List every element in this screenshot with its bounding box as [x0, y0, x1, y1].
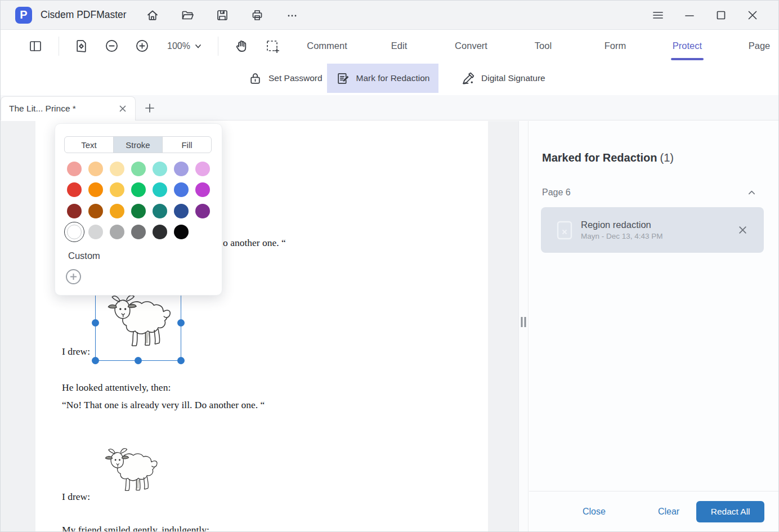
color-swatch[interactable]	[195, 162, 210, 176]
minimize-button[interactable]	[678, 4, 701, 26]
print-button[interactable]	[246, 4, 268, 26]
selection-handle[interactable]	[92, 357, 99, 364]
remove-redaction-button[interactable]	[735, 222, 750, 238]
color-swatch[interactable]	[110, 204, 124, 218]
zoom-out-icon	[104, 38, 119, 53]
color-swatch[interactable]	[153, 162, 167, 176]
panel-title: Marked for Redaction(1)	[542, 151, 674, 164]
redaction-count: (1)	[660, 151, 673, 164]
minimize-icon	[683, 8, 696, 22]
tab-comment[interactable]: Comment	[291, 30, 363, 61]
color-swatch[interactable]	[67, 225, 82, 239]
splitter-grip-icon[interactable]	[521, 317, 526, 327]
maximize-button[interactable]	[710, 4, 732, 26]
tab-convert[interactable]: Convert	[435, 30, 507, 61]
color-swatch[interactable]	[88, 162, 103, 176]
select-region-tool-button[interactable]	[262, 35, 283, 57]
color-swatch[interactable]	[174, 162, 189, 176]
tab-protect[interactable]: Protect	[651, 30, 723, 61]
color-swatch[interactable]	[131, 182, 146, 197]
plus-icon	[69, 272, 78, 281]
image-selection-box[interactable]	[95, 285, 181, 361]
add-custom-color-button[interactable]	[66, 269, 81, 284]
tab-fill-color[interactable]: Fill	[162, 137, 211, 153]
panel-footer: Close Clear Redact All	[529, 491, 778, 531]
home-icon	[146, 8, 159, 22]
color-swatch[interactable]	[195, 182, 210, 197]
redaction-item-meta: Mayn - Dec 13, 4:43 PM	[581, 232, 735, 240]
color-swatch[interactable]	[131, 225, 146, 239]
zoom-out-button[interactable]	[101, 35, 122, 57]
color-swatch[interactable]	[131, 204, 146, 218]
color-swatch[interactable]	[67, 162, 82, 176]
color-swatch[interactable]	[88, 204, 103, 218]
print-icon	[250, 8, 264, 22]
selection-handle[interactable]	[177, 319, 185, 327]
tab-edit[interactable]: Edit	[363, 30, 435, 61]
color-swatch[interactable]	[67, 204, 82, 218]
chevron-up-icon	[747, 189, 756, 197]
selection-handle[interactable]	[135, 357, 142, 364]
tab-stroke-color[interactable]: Stroke	[113, 137, 162, 153]
open-file-button[interactable]	[176, 4, 199, 26]
sidebar-panel-icon	[28, 39, 43, 53]
clear-redactions-button[interactable]: Clear	[658, 507, 679, 517]
color-swatch[interactable]	[88, 225, 103, 239]
app-window: P Cisdem PDFMaster	[0, 0, 779, 532]
color-swatch[interactable]	[153, 225, 167, 239]
color-swatch[interactable]	[131, 162, 146, 176]
redaction-item-card[interactable]: Region redaction Mayn - Dec 13, 4:43 PM	[541, 207, 764, 253]
selection-handle[interactable]	[177, 357, 185, 364]
color-swatch[interactable]	[174, 204, 189, 218]
color-swatch[interactable]	[67, 182, 82, 197]
tab-tool[interactable]: Tool	[507, 30, 579, 61]
color-swatch[interactable]	[153, 204, 167, 218]
color-swatch[interactable]	[195, 204, 210, 218]
page-settings-button[interactable]	[70, 35, 92, 57]
pdf-text: He looked attentively, then:	[62, 382, 171, 394]
color-swatch[interactable]	[110, 225, 124, 239]
set-password-button[interactable]: Set Password	[237, 64, 334, 93]
redact-all-button[interactable]: Redact All	[696, 501, 764, 522]
tab-page[interactable]: Page	[723, 30, 779, 61]
close-panel-button[interactable]: Close	[583, 507, 606, 517]
save-button[interactable]	[211, 4, 234, 26]
toolbar-divider	[218, 37, 218, 56]
color-swatch[interactable]	[153, 182, 167, 197]
close-icon	[738, 225, 747, 235]
app-title: Cisdem PDFMaster	[41, 9, 127, 21]
tab-close-icon[interactable]	[118, 104, 127, 113]
zoom-level-dropdown[interactable]: 100%	[164, 41, 205, 51]
tab-form[interactable]: Form	[579, 30, 651, 61]
hand-tool-button[interactable]	[231, 35, 252, 57]
color-swatch[interactable]	[88, 182, 103, 197]
mark-for-redaction-button[interactable]: Mark for Redaction	[327, 64, 438, 93]
custom-color-label: Custom	[68, 251, 100, 261]
close-icon	[746, 8, 759, 22]
zoom-level-value: 100%	[167, 41, 190, 51]
more-button[interactable]	[281, 4, 303, 26]
pdf-text-partial: o another one. “	[223, 237, 286, 249]
app-logo: P	[15, 7, 32, 24]
sidebar-toggle-button[interactable]	[25, 35, 46, 57]
panel-splitter[interactable]	[518, 121, 529, 531]
document-tabstrip: The Lit... Prince *	[1, 95, 778, 120]
document-tab[interactable]: The Lit... Prince *	[1, 96, 136, 120]
selection-handle[interactable]	[92, 319, 99, 327]
menu-button[interactable]	[647, 4, 669, 26]
new-tab-button[interactable]	[141, 100, 158, 117]
marquee-select-icon	[265, 39, 280, 53]
home-button[interactable]	[141, 4, 164, 26]
color-swatch[interactable]	[174, 182, 189, 197]
maximize-icon	[714, 8, 728, 22]
tab-text-color[interactable]: Text	[65, 137, 113, 153]
close-window-button[interactable]	[741, 4, 764, 26]
page-group-header[interactable]: Page 6	[542, 187, 756, 198]
protect-ribbon: Set Password Mark for Redaction Digital …	[1, 61, 778, 95]
color-swatch[interactable]	[110, 162, 124, 176]
color-swatch[interactable]	[110, 182, 124, 197]
digital-signature-button[interactable]: Digital Signature	[450, 64, 557, 93]
zoom-in-button[interactable]	[131, 35, 153, 57]
pdf-text: My friend smiled gently, indulgently:	[62, 524, 209, 531]
color-swatch[interactable]	[174, 225, 189, 239]
